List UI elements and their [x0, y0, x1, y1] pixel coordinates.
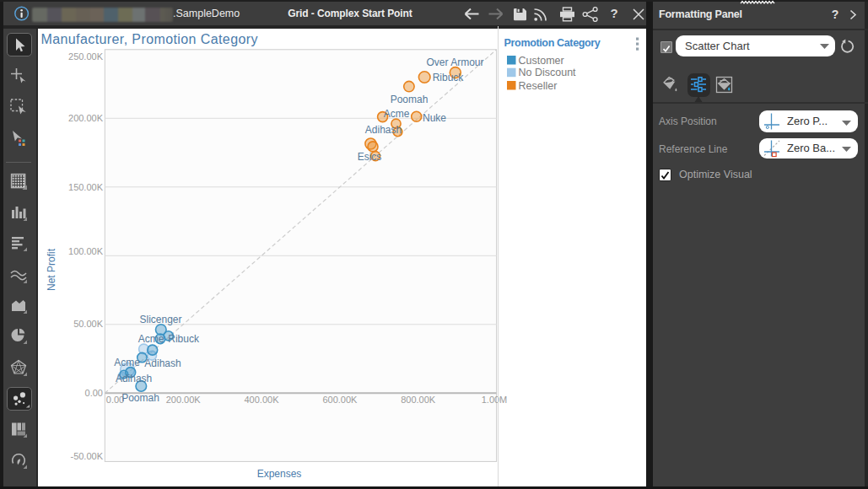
- svg-text:600.00K: 600.00K: [322, 395, 358, 405]
- svg-text:-50.00K: -50.00K: [70, 451, 103, 461]
- svg-text:Reseller: Reseller: [519, 80, 558, 92]
- svg-text:No Discount: No Discount: [519, 67, 577, 78]
- svg-text:Esics: Esics: [358, 151, 382, 163]
- svg-text:100.00K: 100.00K: [68, 246, 104, 256]
- svg-text:Nuke: Nuke: [423, 112, 446, 124]
- svg-text:0.00: 0.00: [85, 388, 103, 398]
- svg-text:Adihash: Adihash: [116, 373, 152, 384]
- svg-text:Ribuck: Ribuck: [433, 72, 465, 83]
- svg-text:200.00K: 200.00K: [68, 113, 104, 123]
- svg-text:Expenses: Expenses: [257, 468, 302, 480]
- svg-text:Promotion Category: Promotion Category: [504, 37, 601, 49]
- svg-text:Poomah: Poomah: [391, 94, 429, 105]
- svg-text:Poomah: Poomah: [121, 392, 159, 404]
- svg-text:400.00K: 400.00K: [245, 395, 280, 405]
- svg-text:Adihash: Adihash: [144, 357, 181, 369]
- svg-text:Slicenger: Slicenger: [139, 314, 181, 325]
- svg-text:Net Profit: Net Profit: [46, 248, 57, 291]
- svg-text:800.00K: 800.00K: [401, 395, 436, 405]
- svg-text:Adihash: Adihash: [365, 124, 402, 136]
- svg-text:Over Armour: Over Armour: [426, 56, 483, 68]
- svg-text:200.00K: 200.00K: [166, 395, 202, 405]
- svg-text:Ribuck: Ribuck: [168, 333, 200, 345]
- svg-text:150.00K: 150.00K: [68, 182, 104, 192]
- svg-text:Acme: Acme: [384, 108, 410, 120]
- svg-text:Manufacturer, Promotion Catego: Manufacturer, Promotion Category: [41, 32, 258, 46]
- svg-text:Acme: Acme: [138, 333, 164, 345]
- svg-text:50.00K: 50.00K: [73, 319, 104, 329]
- svg-text:Acme: Acme: [114, 357, 140, 368]
- svg-text:1.00M: 1.00M: [482, 395, 508, 405]
- svg-text:250.00K: 250.00K: [68, 51, 104, 62]
- svg-text:Customer: Customer: [519, 55, 564, 67]
